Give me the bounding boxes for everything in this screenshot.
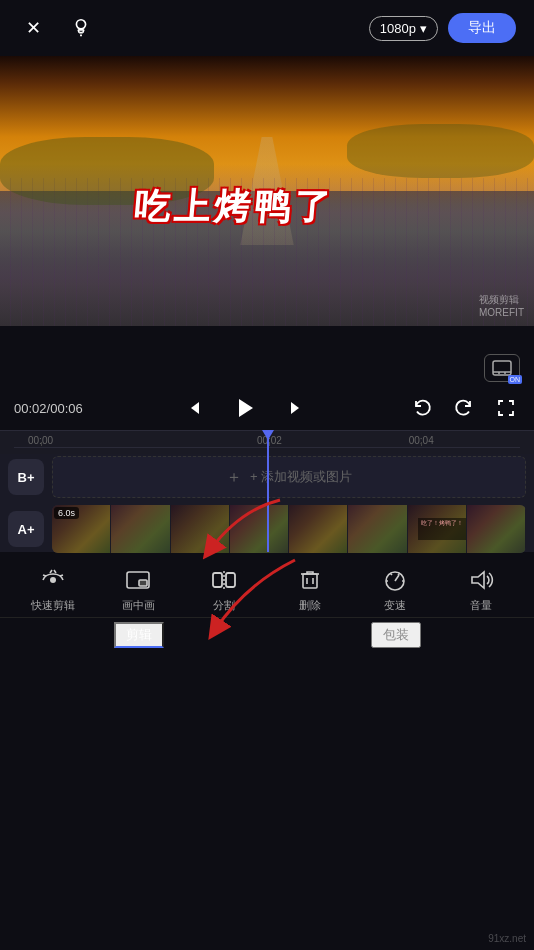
ruler-mark-2: 00:04 [409, 435, 434, 446]
clip-thumb-5 [289, 505, 348, 553]
resolution-value: 1080p [380, 21, 416, 36]
fullscreen-button[interactable] [492, 394, 520, 422]
resolution-arrow: ▾ [420, 21, 427, 36]
svg-rect-1 [493, 361, 511, 375]
time-display: 00:02/00:06 [14, 401, 83, 416]
gap-area [0, 326, 534, 348]
clip-thumb-2 [111, 505, 170, 553]
pip-icon [124, 566, 152, 594]
header-left: ✕ [18, 13, 96, 43]
timeline-section: 00:00 00:02 00:04 B+ ＋ + 添加视频或图片 A+ 6.0s [0, 430, 534, 552]
audio-label: 音量 [470, 598, 492, 613]
canvas-icon-area: ON [0, 348, 534, 386]
split-icon [210, 566, 238, 594]
on-label: ON [508, 375, 523, 384]
track-b-plus-content[interactable]: ＋ + 添加视频或图片 [52, 456, 526, 498]
video-text-overlay: 吃上烤鸭了 [131, 183, 335, 232]
current-time: 00:02 [14, 401, 47, 416]
close-button[interactable]: ✕ [18, 13, 48, 43]
toolbar-item-split[interactable]: 分割 [194, 566, 254, 613]
edit-controls [408, 394, 520, 422]
timeline-ruler: 00:00 00:02 00:04 [0, 430, 534, 454]
toolbar-item-pip[interactable]: 画中画 [108, 566, 168, 613]
tab-edit-container: 剪辑 [10, 622, 267, 648]
toolbar-item-speed[interactable]: 变速 [365, 566, 425, 613]
track-a-plus-row: A+ 6.0s 吃了！烤鸭了！ [0, 506, 534, 552]
tab-edit[interactable]: 剪辑 [114, 622, 164, 648]
svg-marker-3 [239, 399, 253, 417]
clip-thumb-4 [230, 505, 289, 553]
tab-package[interactable]: 包装 [371, 622, 421, 648]
delete-label: 删除 [299, 598, 321, 613]
speed-icon [381, 566, 409, 594]
ruler-mark-1: 00:02 [257, 435, 282, 446]
track-a-plus-label[interactable]: A+ [8, 511, 44, 547]
audio-icon [467, 566, 495, 594]
video-preview: 吃上烤鸭了 视频剪辑MOREFIT [0, 56, 534, 326]
bulb-icon[interactable] [66, 13, 96, 43]
clip-thumb-3 [171, 505, 230, 553]
clip-text-badge: 吃了！烤鸭了！ [418, 518, 466, 540]
resolution-selector[interactable]: 1080p ▾ [369, 16, 438, 41]
track-b-plus-row: B+ ＋ + 添加视频或图片 [0, 454, 534, 500]
split-label: 分割 [213, 598, 235, 613]
redo-button[interactable] [450, 394, 478, 422]
next-frame-button[interactable] [281, 394, 309, 422]
bottom-toolbar: 快速剪辑 画中画 分割 [0, 558, 534, 648]
add-media-text: + 添加视频或图片 [250, 468, 352, 486]
toolbar-tabs: 快速剪辑 画中画 分割 [0, 558, 534, 617]
video-watermark: 视频剪辑MOREFIT [479, 293, 524, 318]
svg-point-0 [76, 20, 85, 29]
undo-button[interactable] [408, 394, 436, 422]
header-right: 1080p ▾ 导出 [369, 13, 516, 43]
svg-marker-4 [291, 402, 299, 414]
pip-label: 画中画 [122, 598, 155, 613]
toolbar-item-quick-edit[interactable]: 快速剪辑 [23, 566, 83, 613]
total-time: 00:06 [50, 401, 83, 416]
toolbar-item-delete[interactable]: 删除 [280, 566, 340, 613]
speed-label: 变速 [384, 598, 406, 613]
prev-frame-button[interactable] [181, 394, 209, 422]
export-button[interactable]: 导出 [448, 13, 516, 43]
clip-thumb-8 [467, 505, 526, 553]
svg-rect-9 [226, 573, 235, 587]
svg-rect-7 [139, 580, 147, 586]
toolbar-item-audio[interactable]: 音量 [451, 566, 511, 613]
canvas-icon [492, 360, 512, 376]
track-duration-badge: 6.0s [54, 507, 79, 519]
clip-thumb-7: 吃了！烤鸭了！ [408, 505, 467, 553]
svg-rect-8 [213, 573, 222, 587]
header: ✕ 1080p ▾ 导出 [0, 0, 534, 56]
timeline-controls: 00:02/00:06 [0, 386, 534, 430]
svg-marker-15 [472, 572, 484, 588]
svg-point-5 [50, 577, 56, 583]
toolbar-bottom-bar: 剪辑 包装 [0, 617, 534, 658]
playback-controls [181, 392, 309, 424]
svg-marker-2 [191, 402, 199, 414]
quick-edit-label: 快速剪辑 [31, 598, 75, 613]
add-media-icon: ＋ [226, 467, 242, 488]
svg-rect-11 [303, 574, 317, 588]
site-watermark: 91xz.net [488, 933, 526, 944]
clip-thumb-6 [348, 505, 407, 553]
track-a-plus-content[interactable]: 6.0s 吃了！烤鸭了！ [52, 505, 526, 553]
ruler-marks: 00:00 00:02 00:04 [14, 431, 520, 454]
track-b-plus-label[interactable]: B+ [8, 459, 44, 495]
tab-package-container: 包装 [267, 622, 524, 648]
ruler-mark-0: 00:00 [28, 435, 53, 446]
clip-thumbnails: 吃了！烤鸭了！ [52, 505, 526, 553]
quick-edit-icon [39, 566, 67, 594]
play-button[interactable] [229, 392, 261, 424]
canvas-toggle-button[interactable]: ON [484, 354, 520, 382]
delete-icon [296, 566, 324, 594]
